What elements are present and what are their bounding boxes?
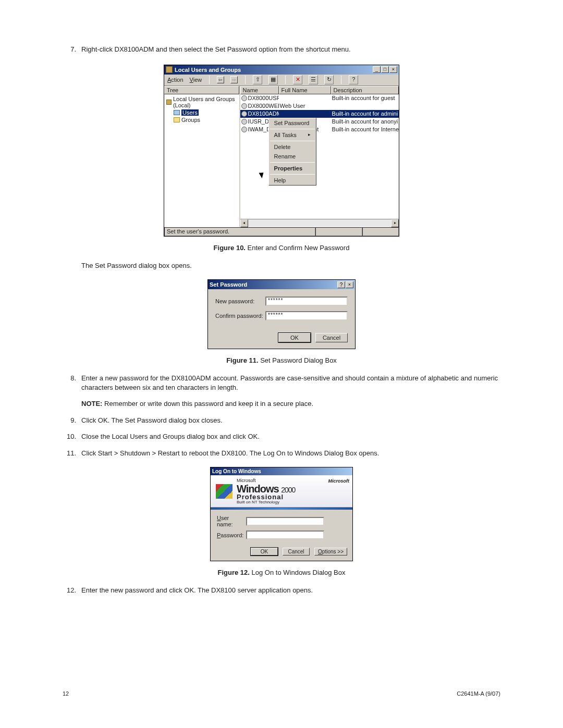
page-number: 12 xyxy=(63,690,69,697)
book-icon xyxy=(166,100,172,105)
table-row[interactable]: IWAM_D rocess Account Built-in account f… xyxy=(240,126,399,133)
scroll-right-icon[interactable]: ▸ xyxy=(391,219,399,227)
menu-action[interactable]: Action xyxy=(167,77,183,83)
fig11-title: Set Password xyxy=(210,281,337,288)
ms-corp-label: Microsoft xyxy=(328,478,350,484)
username-input[interactable] xyxy=(246,517,324,526)
cursor-icon xyxy=(260,171,266,180)
back-icon[interactable]: ⇦ xyxy=(217,76,224,83)
options-button[interactable]: Options >> xyxy=(314,548,347,556)
tree-groups-label: Groups xyxy=(181,117,200,123)
delete-icon[interactable]: ✕ xyxy=(293,75,302,84)
windows-flag-icon xyxy=(216,484,232,499)
note: NOTE: Remember or write down this passwo… xyxy=(81,399,500,409)
menu-view[interactable]: View xyxy=(190,77,202,83)
doc-id: C2641M-A (9/07) xyxy=(457,690,500,697)
maximize-icon[interactable]: □ xyxy=(381,66,389,73)
forward-icon[interactable]: ⇨ xyxy=(230,76,238,83)
cancel-button[interactable]: Cancel xyxy=(283,548,310,556)
minimize-icon[interactable]: _ xyxy=(373,66,381,73)
ctx-set-password[interactable]: Set Password xyxy=(269,118,316,128)
password-input[interactable] xyxy=(246,530,324,539)
fig10-caption: Figure 10. Enter and Confirm New Passwor… xyxy=(63,244,500,252)
help-icon[interactable]: ? xyxy=(349,75,358,84)
between-text: The Set Password dialog box opens. xyxy=(81,261,500,270)
step-7: Right-click DX8100ADM and then select th… xyxy=(81,45,500,54)
fig10-menubar: Action View ⇦ ⇨ ⇧ ▦ ✕ ☰ ↻ ? xyxy=(164,75,399,86)
username-label: User name: xyxy=(217,515,246,527)
user-icon xyxy=(241,127,247,132)
tree-pane: Tree Local Users and Groups (Local) User… xyxy=(164,86,240,227)
tree-users-label: Users xyxy=(181,109,199,116)
nt-label: Built on NT Technology xyxy=(237,500,352,504)
tree-header: Tree xyxy=(164,86,239,94)
close-icon[interactable]: × xyxy=(346,281,353,288)
app-icon xyxy=(166,66,173,73)
folder-icon xyxy=(174,117,180,122)
tree-groups[interactable]: Groups xyxy=(174,116,237,124)
step-9: Click OK. The Set Password dialog box cl… xyxy=(81,416,500,425)
table-row-selected[interactable]: DX8100ADM Built-in account for admini xyxy=(240,110,399,118)
up-icon[interactable]: ⇧ xyxy=(253,75,262,84)
step-12: Enter the new password and click OK. The… xyxy=(81,586,500,595)
fig10-window: Local Users and Groups _ □ × Action View… xyxy=(164,65,399,237)
windows-banner: Microsoft Windows 2000 Professional Buil… xyxy=(211,475,352,508)
fig10-title: Local Users and Groups xyxy=(175,67,373,73)
step-10: Close the Local Users and Groups dialog … xyxy=(81,432,500,441)
fig10-titlebar: Local Users and Groups _ □ × xyxy=(164,65,399,75)
folder-open-icon xyxy=(174,110,180,115)
ctx-rename[interactable]: Rename xyxy=(269,152,316,161)
step-11: Click Start > Shutdown > Restart to rebo… xyxy=(81,449,500,458)
scroll-left-icon[interactable]: ◂ xyxy=(240,219,248,227)
help-icon[interactable]: ? xyxy=(337,281,345,288)
ctx-all-tasks[interactable]: All Tasks xyxy=(269,130,316,140)
col-description[interactable]: Description xyxy=(331,86,399,94)
ctx-properties[interactable]: Properties xyxy=(269,164,316,173)
tree-root[interactable]: Local Users and Groups (Local) xyxy=(166,95,237,109)
statusbar: Set the user's password. xyxy=(164,227,399,236)
tree-users[interactable]: Users xyxy=(174,109,237,116)
table-row[interactable]: DX8000USR Built-in account for guest xyxy=(240,94,399,102)
status-text: Set the user's password. xyxy=(164,227,315,236)
password-label: Password: xyxy=(217,532,246,538)
confirm-password-input[interactable]: ****** xyxy=(265,311,348,320)
col-fullname[interactable]: Full Name xyxy=(279,86,331,94)
list-icon[interactable]: ▦ xyxy=(268,75,278,84)
refresh-icon[interactable]: ↻ xyxy=(324,75,334,84)
col-name[interactable]: Name xyxy=(240,86,279,94)
ok-button[interactable]: OK xyxy=(251,548,278,556)
user-icon xyxy=(241,111,247,117)
table-row[interactable]: DX8000WEB Web User xyxy=(240,102,399,110)
fig12-dialog: Log On to Windows Microsoft Windows 2000… xyxy=(210,467,353,561)
fig11-dialog: Set Password ? × New password: ****** Co… xyxy=(207,279,356,349)
ctx-delete[interactable]: Delete xyxy=(269,142,316,152)
close-icon[interactable]: × xyxy=(389,66,397,73)
user-icon xyxy=(241,119,247,125)
list-pane: Name Full Name Description DX8000USR Bui… xyxy=(240,86,399,227)
user-icon xyxy=(241,95,247,101)
properties-icon[interactable]: ☰ xyxy=(309,75,318,84)
ctx-help[interactable]: Help xyxy=(269,176,316,185)
fig11-caption: Figure 11. Set Password Dialog Box xyxy=(63,356,500,364)
h-scrollbar[interactable]: ◂ ▸ xyxy=(240,219,399,227)
table-row[interactable]: IUSR_DX st Account Built-in account for … xyxy=(240,118,399,126)
ok-button[interactable]: OK xyxy=(278,333,311,342)
new-password-label: New password: xyxy=(215,298,265,304)
user-icon xyxy=(241,103,247,109)
new-password-input[interactable]: ****** xyxy=(265,297,348,306)
cancel-button[interactable]: Cancel xyxy=(315,333,348,342)
step-8: Enter a new password for the DX8100ADM a… xyxy=(81,374,500,392)
fig12-title: Log On to Windows xyxy=(212,468,351,474)
fig12-caption: Figure 12. Log On to Windows Dialog Box xyxy=(63,569,500,576)
confirm-password-label: Confirm password: xyxy=(215,313,265,319)
tree-root-label: Local Users and Groups (Local) xyxy=(173,96,237,108)
context-menu: Set Password All Tasks Delete Rename Pro… xyxy=(268,118,316,186)
